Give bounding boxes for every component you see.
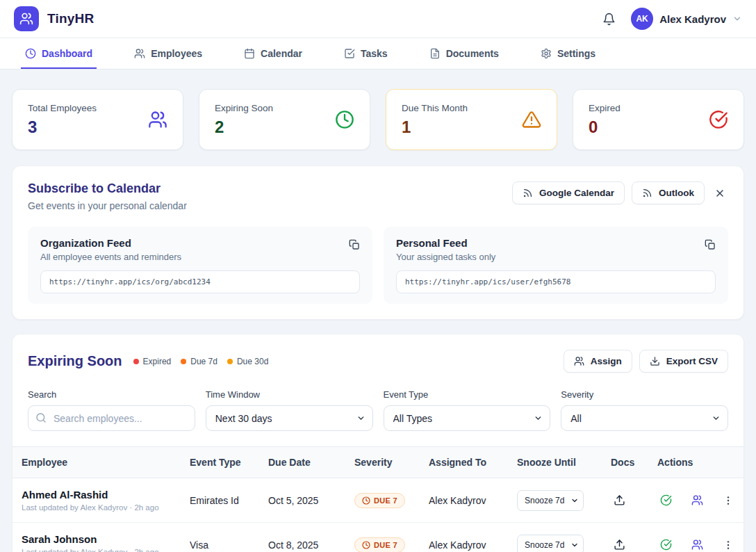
stat-label: Expired [589,103,621,113]
column-event-type: Event Type [190,457,268,468]
filters-bar: Search Time Window Next 30 days [13,373,743,446]
stat-value: 1 [402,117,468,137]
severity-label: DUE 7 [374,496,397,505]
users-icon [148,110,167,129]
stat-cards: Total Employees 3 Expiring Soon 2 Due Th… [12,89,744,150]
check-square-icon [344,48,355,59]
rss-icon [642,188,652,198]
expiring-soon-section: Expiring Soon Expired Due 7d Due 30d [12,334,744,552]
stat-card-due-this-month: Due This Month 1 [386,89,557,150]
column-severity: Severity [354,457,429,468]
tab-settings[interactable]: Settings [536,38,600,69]
table-header: Employee Event Type Due Date Severity As… [13,446,743,478]
expiring-title: Expiring Soon [28,353,122,369]
tab-label: Documents [446,48,499,59]
copy-org-feed-button[interactable] [346,236,363,253]
download-icon [650,356,660,366]
document-icon [429,48,441,59]
snooze-select[interactable]: Snooze 7d [517,535,584,552]
column-employee: Employee [22,457,190,468]
tab-tasks[interactable]: Tasks [340,38,392,69]
complete-button[interactable] [657,536,675,552]
organization-feed-card: Organization Feed All employee events an… [28,227,372,304]
check-circle-icon [709,110,728,129]
upload-icon [614,539,625,551]
severity-label: DUE 7 [374,541,397,549]
tab-label: Settings [557,48,595,59]
column-snooze-until: Snooze Until [517,457,611,468]
due-date-cell: Oct 5, 2025 [268,495,354,506]
due7-dot-icon [181,359,186,364]
stat-card-expiring-soon: Expiring Soon 2 [199,89,370,150]
kebab-menu-icon [723,539,734,551]
check-circle-icon [660,539,672,551]
users-icon [134,48,145,59]
row-menu-button[interactable] [720,492,737,509]
employee-meta: Last updated by Alex Kadyrov · 2h ago [22,503,190,512]
table-row: Sarah Johnson Last updated by Alex Kadyr… [13,523,743,552]
outlook-button[interactable]: Outlook [632,181,705,204]
assign-button[interactable]: Assign [564,350,632,373]
search-input[interactable] [28,405,195,431]
reassign-button[interactable] [689,492,706,509]
tab-dashboard[interactable]: Dashboard [21,38,97,69]
upload-doc-button[interactable] [611,492,628,509]
tab-documents[interactable]: Documents [425,38,503,69]
tab-calendar[interactable]: Calendar [240,38,306,69]
stat-card-expired: Expired 0 [573,89,744,150]
reassign-button[interactable] [689,536,706,552]
warning-triangle-icon [522,110,541,129]
app-header: TinyHR AK Alex Kadyrov [0,0,756,38]
dismiss-subscribe-button[interactable] [712,185,728,202]
users-icon [691,539,703,551]
user-menu[interactable]: AK Alex Kadyrov [631,8,742,30]
severity-legend: Expired Due 7d Due 30d [133,357,269,366]
feed-subtitle: Your assigned tasks only [396,252,716,262]
close-icon [714,188,725,199]
search-label: Search [28,389,195,400]
assigned-to-cell: Alex Kadyrov [429,539,517,551]
legend-label: Due 30d [237,357,268,366]
time-window-select[interactable]: Next 30 days [206,405,373,431]
legend-label: Due 7d [190,357,217,366]
employee-name: Sarah Johnson [22,533,190,545]
upload-icon [614,494,625,506]
stat-value: 0 [589,117,621,137]
event-type-select[interactable]: All Types [384,405,551,431]
main-nav: Dashboard Employees Calendar Tasks Docum… [0,38,756,70]
event-type-cell: Emirates Id [190,495,268,506]
stat-label: Due This Month [402,103,468,113]
snooze-select[interactable]: Snooze 7d [517,490,584,511]
severity-label: Severity [561,389,728,400]
legend-due7: Due 7d [181,357,217,366]
app-logo [14,6,39,31]
tab-employees[interactable]: Employees [130,38,206,69]
tab-label: Calendar [261,48,302,59]
org-feed-url: https://tinyhr.app/ics/org/abcd1234 [40,270,360,293]
table-row: Ahmed Al-Rashid Last updated by Alex Kad… [13,478,743,523]
severity-select[interactable]: All [561,405,728,431]
event-type-label: Event Type [384,389,551,400]
due30-dot-icon [227,359,233,364]
user-name: Alex Kadyrov [659,13,726,25]
copy-icon [349,239,360,250]
gear-icon [541,48,552,59]
brand: TinyHR [14,6,94,31]
tab-label: Tasks [361,48,388,59]
subscribe-title: Subscribe to Calendar [28,181,187,196]
notifications-button[interactable] [600,10,618,29]
column-actions: Actions [657,457,743,468]
outlook-label: Outlook [659,188,694,198]
assign-label: Assign [591,356,622,366]
kebab-menu-icon [723,495,734,506]
copy-personal-feed-button[interactable] [702,236,718,253]
users-icon [574,356,584,366]
row-menu-button[interactable] [720,537,737,552]
export-csv-button[interactable]: Export CSV [639,350,728,373]
complete-button[interactable] [657,492,675,509]
subscribe-subtitle: Get events in your personal calendar [28,200,187,211]
upload-doc-button[interactable] [611,536,628,552]
subscribe-calendar-section: Subscribe to Calendar Get events in your… [12,165,744,320]
google-calendar-button[interactable]: Google Calendar [512,181,625,204]
tab-label: Employees [151,48,202,59]
